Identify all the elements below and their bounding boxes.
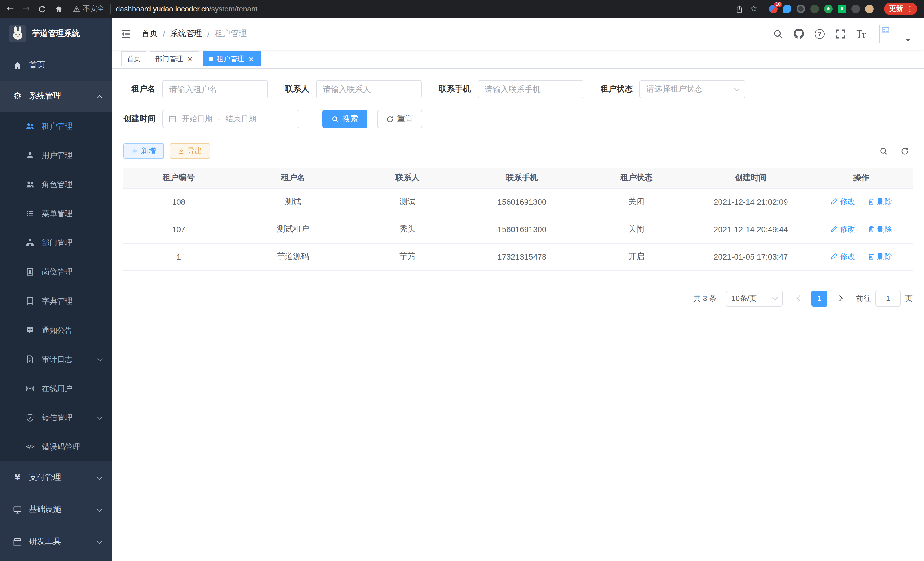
sidebar-bottom-group: ¥ 支付管理 基础设施 研发工具 [0,462,112,558]
system-submenu: 租户管理 用户管理 角色管理 [0,111,112,462]
close-icon[interactable]: × [186,55,194,63]
chevron-down-icon [772,295,778,300]
menu-dots-icon[interactable]: ⋮ [905,5,915,13]
delete-label: 删除 [877,252,892,262]
share-icon[interactable] [735,5,743,13]
breadcrumb-item[interactable]: 系统管理 [170,29,202,39]
font-size-icon[interactable] [856,29,866,39]
user-avatar[interactable] [879,24,910,43]
prev-page-button[interactable] [792,290,807,306]
cell-contact: 测试 [352,188,463,216]
table-header: 租户编号 租户名 联系人 联系手机 租户状态 创建时间 操作 [123,168,913,188]
delete-link[interactable]: 删除 [867,252,892,262]
phone-input[interactable] [478,80,584,98]
search-button[interactable]: 搜索 [322,110,368,128]
roles-icon [25,180,35,189]
sidebar-item-payment[interactable]: ¥ 支付管理 [0,462,112,493]
page-number-current[interactable]: 1 [812,290,827,306]
chevron-down-icon [734,86,740,91]
sidebar-item-audit-log[interactable]: 审计日志 [0,345,112,374]
breadcrumb-item[interactable]: 首页 [142,29,158,39]
status-select[interactable]: 请选择租户状态 [639,80,745,98]
breadcrumb: 首页 / 系统管理 / 租户管理 [142,29,247,39]
book-icon [25,296,35,306]
sidebar-item-sms[interactable]: 短信管理 [0,403,112,432]
edit-link[interactable]: 修改 [831,252,855,262]
github-icon[interactable] [794,29,804,39]
cell-tenant-id: 108 [123,188,234,216]
reset-button-label: 重置 [397,114,413,124]
sidebar-item-system[interactable]: ⚙ 系统管理 [0,81,112,111]
cell-status: 关闭 [581,216,692,243]
extension-icon[interactable] [783,5,791,13]
url-domain: dashboard.yudao.iocoder.cn [116,5,209,13]
back-icon[interactable]: ← [7,5,14,13]
document-icon [25,355,35,364]
home-icon[interactable] [55,5,63,13]
sidebar-item-departments[interactable]: 部门管理 [0,228,112,257]
sidebar-item-dict[interactable]: 字典管理 [0,287,112,316]
sidebar-item-home[interactable]: 首页 [0,50,112,81]
puzzle-extensions-icon[interactable] [851,5,860,13]
tab-dept[interactable]: 部门管理 × [150,51,200,66]
sidebar-item-infrastructure[interactable]: 基础设施 [0,493,112,526]
tab-home[interactable]: 首页 [121,51,146,66]
tab-tenant[interactable]: 租户管理 × [203,51,261,66]
delete-link[interactable]: 删除 [867,197,892,207]
id-badge-icon [25,267,35,277]
extension-icon[interactable] [838,5,846,13]
sidebar-item-error-codes[interactable]: </> 错误码管理 [0,432,112,462]
page-size-select[interactable]: 10条/页 [726,290,783,306]
calendar-icon [169,115,177,123]
extension-icon[interactable] [824,5,832,13]
reload-icon[interactable] [38,5,46,13]
chrome-update-button[interactable]: 更新 ⋮ [884,3,917,15]
delete-link[interactable]: 删除 [867,224,892,235]
page-size-value: 10条/页 [731,293,757,303]
app-logo[interactable]: 芋道管理系统 [0,18,112,50]
sidebar-item-users[interactable]: 用户管理 [0,141,112,170]
sidebar-item-label: 角色管理 [42,179,73,190]
sidebar-item-online-users[interactable]: 在线用户 [0,374,112,403]
refresh-table-icon[interactable] [901,147,909,155]
search-icon[interactable] [773,29,783,39]
goto-page-input[interactable] [875,290,901,306]
extension-icon[interactable] [810,5,819,13]
sidebar-fold-icon[interactable] [121,28,131,39]
contact-input[interactable] [316,80,422,98]
sidebar-item-tenant[interactable]: 租户管理 [0,111,112,141]
next-page-button[interactable] [832,290,847,306]
forward-icon[interactable]: → [22,5,30,13]
logo-image [9,25,26,42]
profile-avatar-icon[interactable] [865,5,874,13]
edit-link[interactable]: 修改 [831,224,855,235]
extension-icon[interactable]: 10 [769,5,778,13]
date-range-picker[interactable]: 开始日期 - 结束日期 [162,110,299,128]
app-title: 芋道管理系统 [32,29,80,39]
sidebar-item-notice[interactable]: 通知公告 [0,316,112,345]
sidebar-item-roles[interactable]: 角色管理 [0,170,112,199]
security-chip[interactable]: 不安全 [73,4,111,14]
column-header: 联系手机 [463,168,581,188]
cell-tenant-id: 107 [123,216,234,243]
bookmark-star-icon[interactable]: ☆ [750,5,758,13]
address-bar[interactable]: 不安全 dashboard.yudao.iocoder.cn/system/te… [73,4,735,14]
sidebar-item-devtools[interactable]: 研发工具 [0,526,112,558]
sidebar-item-label: 通知公告 [42,325,73,335]
tenant-name-input[interactable] [162,80,268,98]
export-button[interactable]: 导出 [170,143,210,159]
add-button[interactable]: 新增 [123,143,164,159]
caret-down-icon [906,39,910,41]
sidebar-item-menus[interactable]: 菜单管理 [0,199,112,228]
close-icon[interactable]: × [248,55,255,63]
sidebar-item-posts[interactable]: 岗位管理 [0,257,112,287]
hide-search-icon[interactable] [879,147,888,155]
chevron-down-icon [97,414,103,420]
edit-link[interactable]: 修改 [831,197,855,207]
sidebar-item-label: 菜单管理 [42,208,73,219]
fullscreen-icon[interactable] [836,29,845,39]
reset-button[interactable]: 重置 [377,110,422,128]
extension-icon[interactable] [796,5,805,13]
help-icon[interactable]: ? [815,29,825,39]
shield-icon [25,413,35,423]
